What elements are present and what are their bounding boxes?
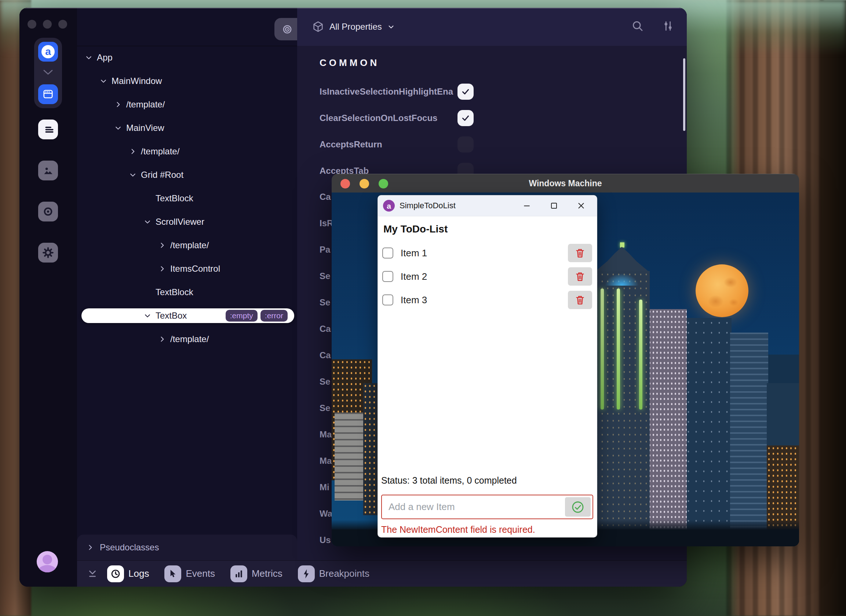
- traffic-lights-inactive[interactable]: [28, 20, 67, 29]
- pseudoclasses-expander[interactable]: Pseudoclasses: [77, 535, 297, 560]
- zoom-icon[interactable]: [379, 179, 388, 188]
- property-label-clipped: Se: [320, 271, 330, 281]
- tree-item-template[interactable]: /template/: [77, 93, 297, 116]
- sidebar-item-assets[interactable]: [38, 161, 58, 180]
- property-label-clipped: Mi: [320, 482, 329, 493]
- zoom-icon[interactable]: [58, 20, 67, 29]
- property-label-clipped: Pa: [320, 245, 330, 255]
- chevron-right-icon[interactable]: [159, 242, 166, 249]
- tab-label: Metrics: [252, 568, 282, 579]
- chevron-right-icon[interactable]: [115, 101, 122, 108]
- property-row: IsInactiveSelectionHighlightEna: [297, 78, 687, 105]
- avalonia-logo-letter: a: [45, 47, 51, 57]
- tab-logs[interactable]: Logs: [107, 565, 149, 582]
- status-text: Status: 3 total items, 0 completed: [381, 475, 517, 486]
- tree-item-app[interactable]: App: [77, 46, 297, 69]
- tree-item-mainwindow[interactable]: MainWindow: [77, 69, 297, 93]
- delete-item-button[interactable]: [568, 291, 592, 309]
- property-row: AcceptsReturn: [297, 131, 687, 158]
- tab-events[interactable]: Events: [164, 565, 215, 582]
- tree-item-mainview[interactable]: MainView: [77, 116, 297, 140]
- sidebar-item-elements[interactable]: [38, 120, 58, 139]
- app-switcher-group: a: [34, 38, 62, 108]
- section-header-common: COMMON: [320, 57, 379, 69]
- minimize-icon[interactable]: [43, 20, 52, 29]
- visual-tree: App MainWindow /template/ MainView /temp…: [77, 46, 297, 351]
- building: [335, 412, 363, 500]
- visual-tree-panel: App MainWindow /template/ MainView /temp…: [77, 8, 297, 560]
- building: [730, 333, 768, 546]
- chevron-down-icon[interactable]: [85, 54, 93, 61]
- todo-item-row: Item 2: [382, 267, 592, 286]
- bar-chart-icon: [231, 565, 247, 582]
- chevron-down-icon[interactable]: [43, 69, 54, 77]
- tree-item-label: /template/: [126, 99, 165, 110]
- tab-label: Logs: [128, 568, 149, 579]
- delete-item-button[interactable]: [568, 267, 592, 286]
- building: [684, 318, 731, 546]
- user-avatar[interactable]: [37, 551, 58, 572]
- chevron-right-icon[interactable]: [159, 265, 166, 273]
- chevron-down-icon[interactable]: [129, 171, 137, 179]
- item-label: Item 1: [401, 248, 427, 259]
- close-icon[interactable]: [341, 179, 350, 188]
- tree-item-scrollviewer[interactable]: ScrollViewer: [77, 210, 297, 233]
- item-checkbox[interactable]: [382, 248, 393, 258]
- vm-titlebar[interactable]: Windows Machine: [332, 174, 799, 193]
- todo-titlebar[interactable]: a SimpleToDoList: [378, 195, 597, 216]
- scrollbar-thumb[interactable]: [683, 58, 685, 131]
- new-item-input[interactable]: [382, 495, 592, 518]
- property-label: IsInactiveSelectionHighlightEna: [320, 87, 457, 97]
- tree-item-label: App: [97, 53, 113, 63]
- trash-icon: [574, 271, 586, 282]
- todo-item-row: Item 1: [382, 243, 592, 263]
- close-icon[interactable]: [28, 20, 36, 29]
- chevron-down-icon[interactable]: [144, 312, 151, 319]
- tree-item-textblock[interactable]: TextBlock: [77, 187, 297, 210]
- chevron-down-icon[interactable]: [144, 218, 151, 226]
- tab-metrics[interactable]: Metrics: [231, 565, 282, 582]
- checkbox-checked[interactable]: [457, 110, 474, 126]
- chevron-right-icon[interactable]: [129, 148, 137, 155]
- chevron-right-icon[interactable]: [159, 336, 166, 343]
- tree-item-template[interactable]: /template/: [77, 233, 297, 257]
- item-checkbox[interactable]: [382, 271, 393, 282]
- minimize-button[interactable]: [521, 199, 533, 212]
- properties-search-button[interactable]: [631, 19, 644, 34]
- collapse-panel-button[interactable]: [86, 567, 99, 581]
- checkbox-unchecked[interactable]: [457, 136, 474, 153]
- bottom-tab-bar: Logs Events Metrics Breakpoints: [77, 560, 687, 587]
- sidebar-item-visuals[interactable]: [38, 202, 58, 221]
- sidebar-tools: [38, 120, 58, 263]
- tree-item-textblock[interactable]: TextBlock: [77, 280, 297, 304]
- item-label: Item 3: [401, 295, 427, 306]
- tab-breakpoints[interactable]: Breakpoints: [298, 565, 369, 582]
- close-button[interactable]: [575, 199, 588, 212]
- sidebar-item-settings[interactable]: [38, 243, 58, 263]
- add-item-button[interactable]: [565, 497, 590, 517]
- validation-error-text: The NewItemContent field is required.: [381, 524, 535, 535]
- tree-item-itemscontrol[interactable]: ItemsControl: [77, 257, 297, 280]
- minimize-icon[interactable]: [360, 179, 369, 188]
- properties-filter-button[interactable]: [662, 20, 674, 34]
- delete-item-button[interactable]: [568, 244, 592, 262]
- tree-item-template[interactable]: /template/: [77, 140, 297, 163]
- tree-item-grid-root[interactable]: Grid #Root: [77, 163, 297, 187]
- checkbox-checked[interactable]: [457, 84, 474, 100]
- properties-scope-dropdown[interactable]: All Properties: [312, 21, 395, 33]
- chevron-down-icon: [387, 23, 395, 31]
- property-label-clipped: Us: [320, 535, 331, 545]
- target-picker-button[interactable]: [281, 23, 294, 36]
- trash-icon: [574, 294, 586, 306]
- tree-item-textbox-selected[interactable]: TextBox :empty :error: [77, 304, 297, 327]
- property-label-clipped: Se: [320, 297, 330, 308]
- sidebar-item-avalonia-app[interactable]: a: [38, 42, 58, 62]
- vm-window-title: Windows Machine: [332, 179, 799, 188]
- chevron-down-icon[interactable]: [115, 124, 122, 132]
- tree-item-template[interactable]: /template/: [77, 327, 297, 351]
- clock-icon: [107, 565, 124, 582]
- chevron-down-icon[interactable]: [100, 77, 107, 85]
- item-checkbox[interactable]: [382, 295, 393, 305]
- sidebar-item-app-window[interactable]: [38, 84, 58, 104]
- maximize-button[interactable]: [548, 199, 560, 212]
